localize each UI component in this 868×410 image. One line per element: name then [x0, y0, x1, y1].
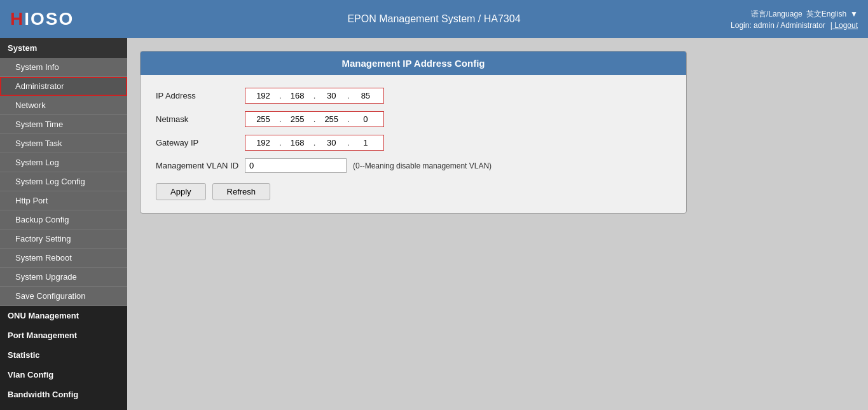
sidebar-item-system-log-config[interactable]: System Log Config — [0, 172, 127, 191]
gateway-c[interactable] — [316, 137, 347, 149]
sidebar-item-administrator[interactable]: Administrator — [0, 77, 127, 96]
netmask-d[interactable] — [350, 113, 381, 125]
ip-address-group: . . . — [245, 88, 384, 104]
ip-address-label: IP Address — [156, 91, 245, 100]
sidebar-section-system[interactable]: System — [0, 38, 127, 58]
sidebar-section-bandwidth-config[interactable]: Bandwidth Config — [0, 385, 127, 404]
header-right: 语言/Language 英文English ▼ Login: admin / A… — [731, 9, 858, 30]
gateway-label: Gateway IP — [156, 138, 245, 147]
sidebar-item-save-configuration[interactable]: Save Configuration — [0, 287, 127, 306]
apply-button[interactable]: Apply — [156, 183, 206, 200]
logout-link[interactable]: | Logout — [830, 21, 858, 30]
gateway-d[interactable] — [350, 137, 381, 149]
lang-label: 语言/Language — [751, 9, 803, 20]
chevron-down-icon: ▼ — [850, 10, 858, 18]
gateway-a[interactable] — [248, 137, 279, 149]
sidebar-item-factory-setting[interactable]: Factory Setting — [0, 229, 127, 249]
sidebar-section-statistic[interactable]: Statistic — [0, 345, 127, 365]
login-text: Login: admin / Administrator — [731, 21, 825, 30]
sidebar-section-olt-mac-config[interactable]: OLT Mac Config — [0, 404, 127, 410]
vlan-row: Management VLAN ID (0--Meaning disable m… — [156, 158, 671, 173]
ip-address-b[interactable] — [282, 90, 313, 102]
lang-selector[interactable]: 语言/Language 英文English ▼ — [751, 9, 858, 20]
sidebar-item-system-log[interactable]: System Log — [0, 153, 127, 172]
lang-value[interactable]: 英文English — [806, 9, 846, 20]
sidebar-item-backup-config[interactable]: Backup Config — [0, 210, 127, 229]
sidebar-section-port-management[interactable]: Port Management — [0, 325, 127, 345]
content-area: Management IP Address Config IP Address … — [127, 38, 868, 410]
netmask-group: . . . — [245, 111, 384, 127]
sidebar-section-vlan-config[interactable]: Vlan Config — [0, 365, 127, 385]
sidebar-item-system-info[interactable]: System Info — [0, 58, 127, 77]
netmask-c[interactable] — [316, 113, 347, 125]
gateway-group: . . . — [245, 135, 384, 151]
button-row: Apply Refresh — [156, 183, 671, 200]
gateway-b[interactable] — [282, 137, 313, 149]
gateway-row: Gateway IP . . . — [156, 135, 671, 151]
sidebar: System System Info Administrator Network… — [0, 38, 127, 410]
logo: HIOSO — [10, 9, 74, 29]
vlan-id-input[interactable] — [245, 158, 347, 173]
header-title: EPON Management System / HA7304 — [347, 13, 520, 25]
card-header: Management IP Address Config — [141, 51, 686, 75]
vlan-label: Management VLAN ID — [156, 161, 245, 170]
ip-address-a[interactable] — [248, 90, 279, 102]
refresh-button[interactable]: Refresh — [212, 183, 271, 200]
vlan-hint: (0--Meaning disable management VLAN) — [353, 161, 492, 170]
management-ip-card: Management IP Address Config IP Address … — [140, 51, 687, 214]
sidebar-item-system-task[interactable]: System Task — [0, 134, 127, 153]
netmask-a[interactable] — [248, 113, 279, 125]
login-info: Login: admin / Administrator | Logout — [731, 21, 858, 30]
sidebar-section-onu-management[interactable]: ONU Management — [0, 306, 127, 325]
ip-address-c[interactable] — [316, 90, 347, 102]
sidebar-item-system-time[interactable]: System Time — [0, 115, 127, 134]
sidebar-item-network[interactable]: Network — [0, 96, 127, 115]
card-body: IP Address . . . Netmask — [141, 75, 686, 213]
netmask-row: Netmask . . . — [156, 111, 671, 127]
ip-address-d[interactable] — [350, 90, 381, 102]
sidebar-item-system-upgrade[interactable]: System Upgrade — [0, 268, 127, 287]
ip-address-row: IP Address . . . — [156, 88, 671, 104]
netmask-label: Netmask — [156, 114, 245, 124]
netmask-b[interactable] — [282, 113, 313, 125]
sidebar-item-http-port[interactable]: Http Port — [0, 191, 127, 210]
sidebar-item-system-reboot[interactable]: System Reboot — [0, 249, 127, 268]
